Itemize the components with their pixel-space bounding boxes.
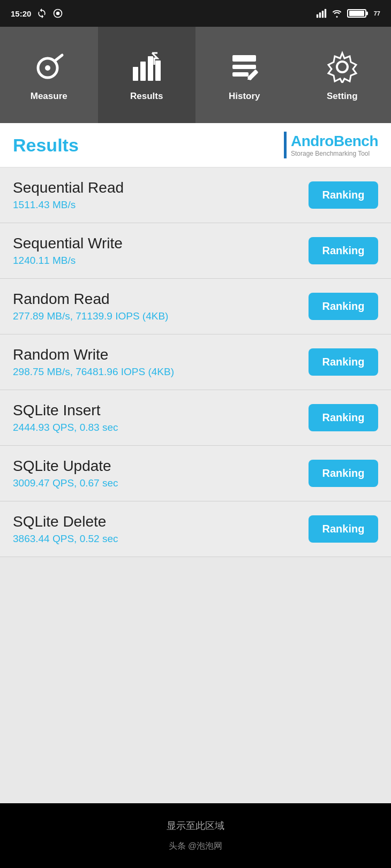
result-name: Sequential Read	[13, 179, 124, 196]
time-display: 15:20	[11, 9, 31, 18]
circle-icon	[52, 8, 63, 19]
results-title: Results	[13, 135, 79, 156]
ranking-button[interactable]: Ranking	[309, 404, 378, 431]
result-name: Random Write	[13, 346, 174, 363]
result-name: Random Read	[13, 291, 168, 308]
watermark-text: 头条 @泡泡网	[0, 841, 391, 852]
main-content: Results AndroBench Storage Benchmarking …	[0, 123, 391, 803]
result-row: SQLite Update 3009.47 QPS, 0.67 sec Rank…	[0, 446, 391, 501]
result-row: Random Read 277.89 MB/s, 71139.9 IOPS (4…	[0, 279, 391, 334]
battery-fill	[349, 11, 364, 16]
result-info: SQLite Delete 3863.44 QPS, 0.52 sec	[13, 513, 118, 545]
svg-rect-14	[232, 55, 256, 62]
logo-bench: Bench	[334, 133, 378, 149]
signal-icon	[316, 8, 327, 19]
measure-icon	[30, 48, 67, 86]
ranking-button[interactable]: Ranking	[309, 460, 378, 487]
tab-setting[interactable]: Setting	[294, 27, 392, 123]
svg-rect-11	[148, 56, 153, 81]
status-bar: 15:20 77	[0, 0, 391, 27]
result-row: Sequential Write 1240.11 MB/s Ranking	[0, 223, 391, 279]
battery-level: 77	[374, 10, 380, 17]
result-name: Sequential Write	[13, 235, 123, 252]
result-row: SQLite Insert 2444.93 QPS, 0.83 sec Rank…	[0, 390, 391, 446]
tab-results[interactable]: Results	[98, 27, 196, 123]
tab-measure-label: Measure	[31, 91, 67, 102]
battery-icon	[347, 9, 366, 18]
wifi-icon	[331, 9, 343, 18]
result-name: SQLite Delete	[13, 513, 118, 530]
svg-rect-5	[325, 9, 326, 18]
ranking-button[interactable]: Ranking	[309, 348, 378, 376]
ranking-button[interactable]: Ranking	[309, 293, 378, 320]
svg-rect-12	[155, 60, 161, 81]
svg-rect-2	[317, 14, 318, 18]
bottom-area: 显示至此区域 头条 @泡泡网	[0, 803, 391, 868]
result-info: Random Write 298.75 MB/s, 76481.96 IOPS …	[13, 346, 174, 378]
result-value: 1240.11 MB/s	[13, 255, 123, 267]
result-value: 3009.47 QPS, 0.67 sec	[13, 477, 118, 489]
logo-andro: Andro	[291, 133, 334, 149]
result-info: Sequential Read 1511.43 MB/s	[13, 179, 124, 211]
result-value: 3863.44 QPS, 0.52 sec	[13, 533, 118, 545]
tab-history[interactable]: History	[196, 27, 294, 123]
tab-setting-label: Setting	[327, 91, 358, 102]
result-row: SQLite Delete 3863.44 QPS, 0.52 sec Rank…	[0, 501, 391, 557]
result-value: 277.89 MB/s, 71139.9 IOPS (4KB)	[13, 310, 168, 322]
setting-icon	[324, 48, 361, 86]
result-info: SQLite Update 3009.47 QPS, 0.67 sec	[13, 458, 118, 489]
androbench-logo: AndroBench Storage Benchmarking Tool	[284, 132, 378, 158]
svg-rect-9	[133, 67, 138, 81]
logo-subtitle: Storage Benchmarking Tool	[291, 150, 370, 157]
status-left: 15:20	[11, 8, 63, 19]
history-icon	[225, 48, 263, 86]
svg-point-19	[337, 62, 348, 72]
svg-rect-15	[232, 65, 256, 69]
result-value: 1511.43 MB/s	[13, 199, 124, 211]
status-right: 77	[316, 8, 380, 19]
svg-rect-4	[322, 11, 324, 18]
result-name: SQLite Insert	[13, 402, 118, 419]
result-value: 298.75 MB/s, 76481.96 IOPS (4KB)	[13, 366, 174, 378]
ranking-button[interactable]: Ranking	[309, 237, 378, 264]
sync-icon	[36, 8, 47, 19]
svg-rect-10	[140, 62, 146, 81]
logo-bar	[284, 132, 287, 158]
ranking-button[interactable]: Ranking	[309, 181, 378, 209]
logo-text-wrap: AndroBench Storage Benchmarking Tool	[291, 133, 378, 157]
tab-history-label: History	[229, 91, 260, 102]
ranking-button[interactable]: Ranking	[309, 515, 378, 543]
results-header: Results AndroBench Storage Benchmarking …	[0, 123, 391, 167]
svg-rect-16	[232, 72, 249, 77]
result-row: Sequential Read 1511.43 MB/s Ranking	[0, 167, 391, 223]
result-info: Random Read 277.89 MB/s, 71139.9 IOPS (4…	[13, 291, 168, 322]
result-info: SQLite Insert 2444.93 QPS, 0.83 sec	[13, 402, 118, 433]
result-rows: Sequential Read 1511.43 MB/s Ranking Seq…	[0, 167, 391, 557]
result-row: Random Write 298.75 MB/s, 76481.96 IOPS …	[0, 334, 391, 390]
result-value: 2444.93 QPS, 0.83 sec	[13, 422, 118, 433]
nav-tabs: Measure Results	[0, 27, 391, 123]
result-info: Sequential Write 1240.11 MB/s	[13, 235, 123, 267]
svg-point-1	[56, 12, 60, 16]
tab-results-label: Results	[130, 91, 163, 102]
logo-main-text: AndroBench	[291, 133, 378, 150]
svg-line-8	[55, 55, 62, 61]
svg-rect-3	[319, 12, 321, 18]
display-region-text: 显示至此区域	[0, 819, 391, 832]
result-name: SQLite Update	[13, 458, 118, 475]
results-icon	[128, 48, 166, 86]
tab-measure[interactable]: Measure	[0, 27, 98, 123]
svg-point-7	[45, 65, 50, 71]
